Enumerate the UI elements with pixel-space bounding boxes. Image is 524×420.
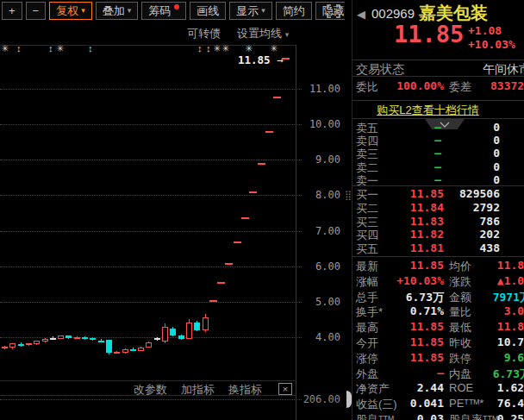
toolbar-button-overlay[interactable]: 叠加▾ bbox=[96, 2, 139, 20]
candle bbox=[114, 352, 120, 354]
price-change-pct: +10.03% bbox=[468, 38, 515, 51]
limit-up-candle bbox=[273, 97, 281, 98]
stat-label: 金额 bbox=[449, 290, 471, 305]
sell-level-volume: 0 bbox=[493, 173, 500, 186]
buy-level-volume: 2792 bbox=[473, 201, 500, 214]
event-marker-updown-icon: ↕ bbox=[206, 44, 211, 53]
pane-divider[interactable]: ⣿ bbox=[345, 0, 352, 420]
price-axis-label: 5.00 bbox=[289, 296, 340, 308]
separator bbox=[352, 100, 524, 101]
candle bbox=[18, 344, 24, 346]
event-marker-updown-icon: ↕ bbox=[16, 44, 22, 53]
stat-label: 昨收 bbox=[449, 335, 471, 351]
stat-value: 0.25% bbox=[497, 412, 524, 420]
fullscreen-icon[interactable] bbox=[325, 3, 342, 20]
drag-handle-icon[interactable]: ⣿ bbox=[345, 191, 352, 199]
event-marker-updown-icon: ↕ bbox=[197, 44, 203, 53]
stat-label: 净资产 bbox=[356, 381, 390, 397]
limit-up-candle bbox=[209, 300, 217, 302]
stat-value: +10.03% bbox=[396, 274, 444, 287]
candle bbox=[90, 338, 96, 340]
toolbar-button-display[interactable]: 显示▾ bbox=[229, 2, 272, 20]
latest-price-value: 11.85 bbox=[238, 53, 271, 66]
separator bbox=[352, 118, 524, 119]
toolbar-button-draw-line[interactable]: 画线 bbox=[190, 2, 226, 20]
toolbar-button-label: 复权 bbox=[56, 3, 78, 19]
stat-label: 最新 bbox=[356, 259, 378, 274]
chevron-down-icon: ▾ bbox=[81, 7, 85, 15]
indicator-action-2[interactable]: 换指标 bbox=[228, 382, 262, 398]
toolbar-button-simple-mode[interactable]: 简约 bbox=[276, 2, 312, 20]
weibi-value: 100.00% bbox=[396, 79, 444, 92]
candle bbox=[34, 341, 40, 344]
stat-value: 6.73万 bbox=[493, 367, 524, 382]
set-ma-label: 设置均线 bbox=[237, 27, 282, 40]
candle bbox=[66, 335, 72, 337]
price-axis-label: 10.00 bbox=[289, 118, 340, 130]
stat-value: 0.03 bbox=[417, 412, 444, 420]
chevron-down-icon: ▾ bbox=[285, 30, 290, 39]
toolbar-button-label: 叠加 bbox=[103, 3, 125, 19]
stock-code: 002969 bbox=[371, 6, 415, 21]
toolbar-button-zoom-out[interactable]: − bbox=[26, 2, 47, 20]
stat-value: 0.71% bbox=[410, 304, 444, 317]
toolbar-button-label: + bbox=[9, 4, 16, 17]
price-gridline bbox=[0, 231, 302, 232]
indicator-bar: 改参数加指标换指标 bbox=[134, 382, 262, 398]
buy-l2-link[interactable]: 购买L2查看十档行情 bbox=[352, 103, 503, 118]
event-marker-star-icon: ✳ bbox=[270, 44, 278, 53]
convertible-bond-link[interactable]: 可转债 bbox=[187, 26, 221, 41]
price-gridline bbox=[0, 302, 302, 303]
stat-label: ROE bbox=[449, 381, 473, 394]
event-marker-updown-icon: ↕ bbox=[48, 44, 53, 53]
event-marker-star-icon: ✳ bbox=[1, 44, 9, 53]
divider-line bbox=[0, 380, 296, 381]
collapse-order-book-tab[interactable] bbox=[425, 119, 465, 129]
stat-value: 11.85 bbox=[410, 259, 444, 272]
chevron-down-icon: ▾ bbox=[128, 7, 132, 15]
price-axis-label: 6.00 bbox=[289, 260, 340, 273]
candle bbox=[122, 349, 128, 353]
candle bbox=[82, 337, 88, 339]
price-axis-label: 9.00 bbox=[289, 154, 340, 166]
stat-value: 76.44 bbox=[497, 397, 524, 410]
stat-label: 股息ᵀᵀᴹ bbox=[356, 412, 394, 420]
limit-up-candle bbox=[225, 263, 233, 265]
toolbar-button-label: 画线 bbox=[196, 3, 219, 19]
event-marker-star-icon: ✳ bbox=[56, 44, 64, 53]
toolbar-button-adjust-price[interactable]: 复权▾ bbox=[49, 2, 92, 20]
sell-level-volume: 0 bbox=[493, 134, 500, 147]
arrow-right-icon: → bbox=[277, 53, 284, 66]
stat-label: 总手 bbox=[356, 290, 378, 305]
set-ma-dropdown[interactable]: 设置均线 ▾ bbox=[237, 26, 289, 41]
kline-chart-pane: +−复权▾叠加▾筹码画线显示▾简约隐藏▶▶ 可转债 设置均线 ▾ 11.0010… bbox=[0, 0, 345, 420]
stat-value: 11.81 bbox=[497, 320, 524, 333]
indicator-action-1[interactable]: 加指标 bbox=[181, 382, 215, 398]
red-dot-badge bbox=[174, 4, 179, 9]
back-icon[interactable]: ◀ bbox=[357, 8, 365, 21]
indicator-action-0[interactable]: 改参数 bbox=[134, 382, 167, 398]
stat-value: 7971万 bbox=[493, 290, 524, 305]
event-marker-star-icon: ✳ bbox=[221, 44, 229, 53]
price-axis-label: 7.00 bbox=[289, 225, 340, 237]
candle bbox=[203, 317, 209, 330]
candle bbox=[170, 329, 176, 335]
buy-level-price: 11.84 bbox=[410, 201, 444, 214]
limit-up-candle bbox=[234, 241, 241, 243]
weicha-label: 委差 bbox=[449, 79, 471, 95]
stat-value: 0.041 bbox=[410, 397, 444, 410]
buy-level-price: 11.83 bbox=[410, 215, 444, 228]
stat-value: ▲1.08 bbox=[497, 274, 524, 287]
sell-level-volume: 0 bbox=[493, 121, 500, 134]
toolbar-button-chip-distribution[interactable]: 筹码 bbox=[141, 2, 186, 20]
stat-value: 1.62% bbox=[497, 381, 524, 394]
toolbar-button-zoom-in[interactable]: + bbox=[2, 2, 22, 20]
candle bbox=[138, 348, 144, 351]
stat-value: 2.44 bbox=[417, 381, 444, 394]
price-gridline bbox=[0, 124, 302, 125]
candle bbox=[98, 341, 104, 342]
stat-value: 11.85 bbox=[410, 351, 444, 364]
stat-value: 11.84 bbox=[497, 259, 524, 272]
weicha-value: 833724 bbox=[490, 79, 524, 92]
stat-value: 11.85 bbox=[410, 335, 444, 348]
